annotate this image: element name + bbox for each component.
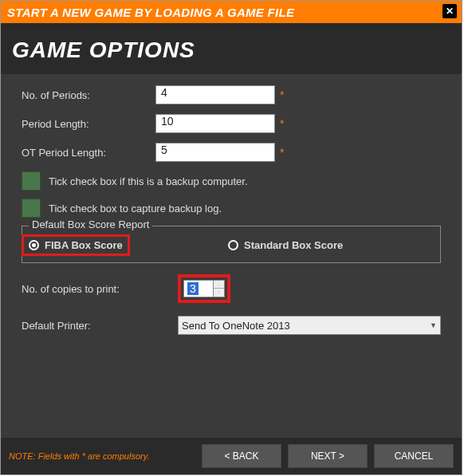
page-title: GAME OPTIONS bbox=[12, 37, 450, 63]
highlight-fiba: FIBA Box Score bbox=[22, 234, 130, 256]
capture-log-label: Tick check box to capture backup log. bbox=[49, 203, 222, 214]
box-score-legend: Default Box Score Report bbox=[29, 218, 152, 230]
periods-value: 4 bbox=[161, 86, 167, 99]
row-period-length: Period Length: 10 * bbox=[22, 114, 441, 133]
period-length-value: 10 bbox=[161, 115, 174, 128]
ot-length-value: 5 bbox=[161, 144, 167, 156]
default-printer-select[interactable]: Send To OneNote 2013 ▼ bbox=[178, 316, 441, 335]
row-copies: No. of copies to print: 3 ▲ ▼ bbox=[22, 274, 441, 303]
titlebar-title: START A NEW GAME BY LOADING A GAME FILE bbox=[7, 6, 294, 19]
footnote: NOTE: Fields with * are compulsory. bbox=[9, 451, 195, 461]
highlight-copies: 3 ▲ ▼ bbox=[178, 274, 230, 303]
dialog-window: START A NEW GAME BY LOADING A GAME FILE … bbox=[0, 0, 462, 475]
periods-input[interactable]: 4 bbox=[155, 85, 275, 104]
row-capture-log-checkbox: Tick check box to capture backup log. bbox=[22, 199, 441, 218]
periods-label: No. of Periods: bbox=[22, 89, 155, 101]
spinner-up-button[interactable]: ▲ bbox=[214, 281, 224, 289]
radio-standard[interactable]: Standard Box Score bbox=[228, 239, 343, 251]
capture-log-checkbox[interactable] bbox=[22, 199, 41, 218]
header: GAME OPTIONS bbox=[1, 23, 462, 74]
form-area: No. of Periods: 4 * Period Length: 10 * … bbox=[1, 74, 462, 335]
ot-length-input[interactable]: 5 bbox=[155, 143, 275, 162]
back-button[interactable]: < BACK bbox=[202, 444, 281, 468]
spinner-buttons: ▲ ▼ bbox=[214, 280, 225, 297]
close-icon: ✕ bbox=[446, 6, 454, 17]
chevron-down-icon: ▼ bbox=[430, 321, 437, 329]
row-periods: No. of Periods: 4 * bbox=[22, 85, 441, 104]
titlebar: START A NEW GAME BY LOADING A GAME FILE … bbox=[1, 1, 462, 23]
radio-row: FIBA Box Score Standard Box Score bbox=[29, 234, 434, 256]
required-asterisk: * bbox=[280, 89, 284, 101]
row-default-printer: Default Printer: Send To OneNote 2013 ▼ bbox=[22, 316, 441, 335]
row-backup-checkbox: Tick check box if this is a backup compu… bbox=[22, 171, 441, 191]
next-button[interactable]: NEXT > bbox=[288, 444, 368, 468]
close-button[interactable]: ✕ bbox=[442, 4, 457, 18]
row-ot-length: OT Period Length: 5 * bbox=[22, 143, 441, 162]
box-score-fieldset: Default Box Score Report FIBA Box Score … bbox=[22, 226, 441, 263]
chevron-down-icon: ▼ bbox=[217, 290, 222, 295]
required-asterisk: * bbox=[280, 146, 284, 159]
radio-icon bbox=[29, 240, 39, 250]
period-length-label: Period Length: bbox=[22, 118, 155, 130]
required-asterisk: * bbox=[280, 117, 284, 130]
radio-standard-label: Standard Box Score bbox=[244, 239, 343, 251]
chevron-up-icon: ▲ bbox=[217, 282, 222, 287]
radio-dot-icon bbox=[32, 243, 36, 247]
footer: NOTE: Fields with * are compulsory. < BA… bbox=[1, 438, 462, 474]
default-printer-label: Default Printer: bbox=[22, 320, 178, 332]
cancel-button[interactable]: CANCEL bbox=[374, 444, 454, 468]
copies-value: 3 bbox=[187, 282, 199, 295]
copies-label: No. of copies to print: bbox=[22, 283, 178, 295]
spinner-down-button[interactable]: ▼ bbox=[214, 289, 224, 297]
radio-fiba[interactable]: FIBA Box Score bbox=[29, 234, 228, 256]
radio-icon bbox=[228, 240, 238, 250]
ot-length-label: OT Period Length: bbox=[22, 147, 155, 159]
copies-input[interactable]: 3 bbox=[183, 280, 214, 297]
backup-computer-checkbox[interactable] bbox=[22, 171, 41, 191]
period-length-input[interactable]: 10 bbox=[155, 114, 275, 133]
default-printer-value: Send To OneNote 2013 bbox=[182, 320, 290, 332]
radio-fiba-label: FIBA Box Score bbox=[45, 239, 123, 251]
backup-computer-label: Tick check box if this is a backup compu… bbox=[49, 175, 248, 187]
